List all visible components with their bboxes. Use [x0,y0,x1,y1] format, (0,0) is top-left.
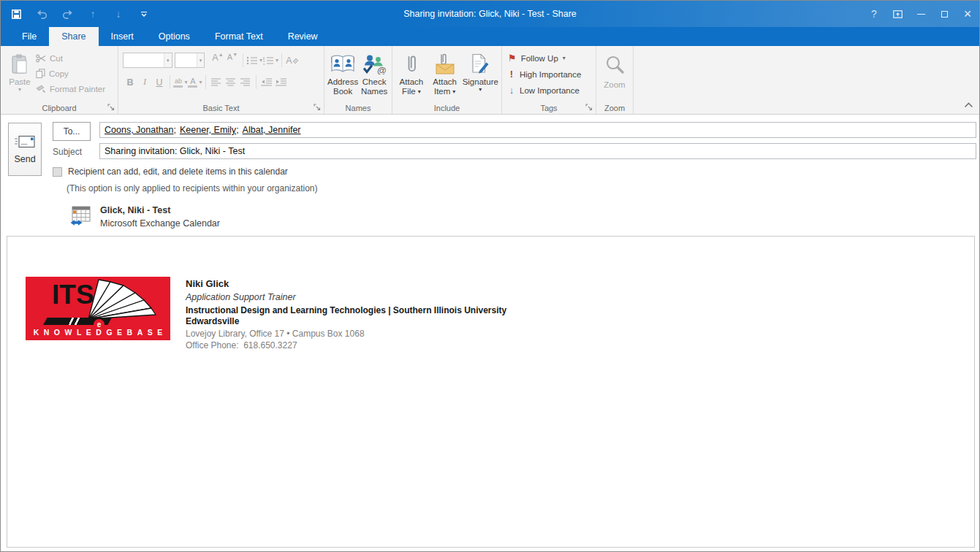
subject-field[interactable]: Sharing invitation: Glick, Niki - Test [99,143,976,159]
ribbon-tabs: File Share Insert Options Format Text Re… [1,27,979,46]
zoom-button[interactable]: Zoom [598,47,631,100]
font-name-input[interactable] [124,53,164,67]
high-importance-icon: ! [508,69,515,80]
calendar-type: Microsoft Exchange Calendar [100,218,220,229]
decrease-indent-button[interactable] [259,74,274,90]
attach-file-icon [405,51,418,77]
calendar-name: Glick, Niki - Test [100,205,220,215]
paste-icon [10,51,29,77]
font-name-caret-icon: ▾ [164,53,172,67]
eraser-icon [292,57,299,64]
italic-button[interactable]: I [137,74,152,90]
zoom-icon [605,51,625,77]
ribbon-group-zoom: Zoom Zoom [596,46,634,114]
subject-label: Subject [53,147,82,157]
numbering-button[interactable]: ▾ [262,53,278,68]
tab-format-text[interactable]: Format Text [202,27,276,46]
logo-knowledgebase-text: KNOWLEDGEBASE [26,328,170,337]
close-button[interactable]: × [956,1,979,27]
help-button[interactable]: ? [862,1,886,27]
align-left-button[interactable] [209,74,224,90]
attach-item-button[interactable]: Attach Item▾ [429,47,461,100]
underline-button[interactable]: U [152,74,167,90]
ribbon-display-options-button[interactable] [886,1,909,27]
text-highlight-button[interactable]: ab ▾ [173,74,188,90]
maximize-button[interactable] [932,1,956,27]
permission-checkbox[interactable] [53,167,62,177]
align-center-button[interactable] [224,74,238,90]
font-size-combo[interactable]: ▾ [175,53,205,68]
recipient[interactable]: Coons, Jonathan [105,125,174,135]
to-button[interactable]: To... [53,122,91,141]
paste-button[interactable]: Paste ▾ [4,47,36,100]
signature-address: Lovejoy Library, Office 17 • Campus Box … [186,329,506,339]
send-button[interactable]: Send [8,123,42,176]
chevron-up-icon [964,102,973,108]
save-icon[interactable] [10,7,23,20]
clear-formatting-button[interactable]: A [285,53,300,68]
shared-calendar-item: Glick, Niki - Test Microsoft Exchange Ca… [70,205,220,229]
quick-access-toolbar: ↑ ↓ [10,7,151,20]
shrink-font-button[interactable]: A▼ [225,53,240,68]
redo-icon[interactable] [61,7,74,20]
message-body[interactable]: ITS e KNOWLEDGEBASE Niki Glick Applicati… [7,236,975,548]
font-size-caret-icon: ▾ [197,53,204,67]
bullets-icon [246,56,258,65]
align-right-button[interactable] [238,74,253,90]
signature-name: Niki Glick [186,278,506,289]
minimize-button[interactable] [909,1,932,27]
signature-organization: Instructional Design and Learning Techno… [186,305,506,326]
to-recipients-field[interactable]: Coons, Jonathan; Keener, Emily; Albat, J… [99,122,976,138]
signature-icon [471,51,490,77]
outlook-share-window: ↑ ↓ Sharing invitation: Glick, Niki - Te… [0,0,980,552]
undo-icon[interactable] [35,7,48,20]
attach-item-icon [434,51,456,77]
tab-options[interactable]: Options [146,27,202,46]
follow-up-button[interactable]: ⚑ Follow Up ▾ [508,50,596,66]
signature-button[interactable]: Signature ▾ [463,47,498,100]
bullets-button[interactable]: ▾ [246,53,262,68]
increase-indent-button[interactable] [274,74,289,90]
tab-share[interactable]: Share [49,27,98,46]
bold-button[interactable]: B [123,74,137,90]
high-importance-button[interactable]: ! High Importance [508,66,596,82]
zoom-group-label: Zoom [596,104,633,112]
tags-group-label: Tags [502,104,596,112]
recipient[interactable]: Albat, Jennifer [243,125,301,135]
book-fan-icon [84,278,160,322]
ribbon-group-clipboard: Paste ▾ Cut Copy Format Painter [1,46,118,114]
format-painter-icon [36,85,46,93]
recipient[interactable]: Keener, Emily [180,125,236,135]
copy-button[interactable]: Copy [36,66,105,81]
tags-dialog-launcher-icon[interactable] [585,103,593,112]
cut-icon [36,54,46,63]
customize-qat-icon[interactable] [137,7,151,20]
tab-file[interactable]: File [10,27,49,46]
include-group-label: Include [392,104,501,112]
ribbon-group-names: Address Book @ Check Names Names [324,46,392,114]
previous-item-icon[interactable]: ↑ [86,7,99,20]
tab-insert[interactable]: Insert [99,27,146,46]
tab-review[interactable]: Review [276,27,330,46]
clipboard-dialog-launcher-icon[interactable] [107,103,115,112]
basic-text-dialog-launcher-icon[interactable] [313,103,322,112]
format-painter-button[interactable]: Format Painter [36,81,105,96]
signature-job-title: Application Support Trainer [186,292,506,302]
check-names-button[interactable]: @ Check Names [360,47,389,100]
its-knowledgebase-logo: ITS e KNOWLEDGEBASE [26,277,170,340]
grow-font-button[interactable]: A▲ [210,53,225,68]
font-name-combo[interactable]: ▾ [123,53,172,68]
svg-text:@: @ [377,65,386,74]
collapse-ribbon-button[interactable] [964,98,973,111]
font-color-button[interactable]: A ▾ [188,74,202,90]
email-signature: Niki Glick Application Support Trainer I… [186,278,506,350]
low-importance-button[interactable]: ↓ Low Importance [508,83,596,98]
cut-button[interactable]: Cut [36,50,105,66]
attach-file-button[interactable]: Attach File▾ [395,47,428,100]
check-names-icon: @ [362,51,386,77]
permission-checkbox-label: Recipient can add, edit, and delete item… [68,166,288,177]
address-book-icon [330,51,355,77]
font-size-input[interactable] [175,53,197,67]
address-book-button[interactable]: Address Book [327,47,358,100]
next-item-icon[interactable]: ↓ [112,7,125,20]
